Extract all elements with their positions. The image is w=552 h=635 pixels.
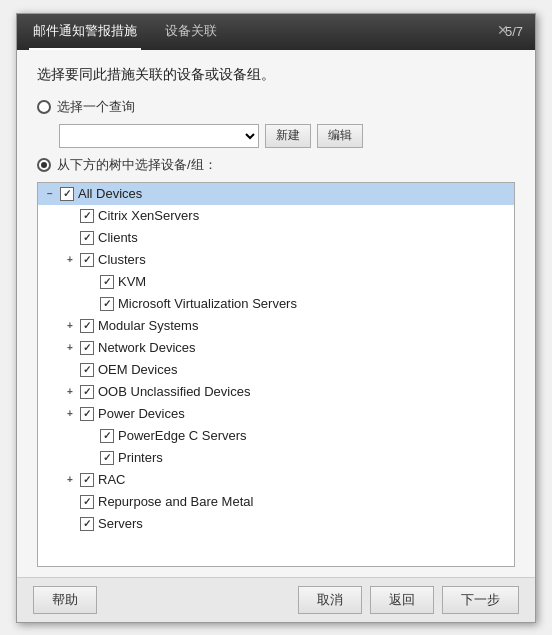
tree-checkbox[interactable] [80,253,94,267]
tree-item-label: OEM Devices [98,362,177,377]
tree-item[interactable]: KVM [38,271,514,293]
tree-checkbox[interactable] [80,473,94,487]
tree-item-label: Modular Systems [98,318,198,333]
tree-item[interactable]: Repurpose and Bare Metal [38,491,514,513]
tree-checkbox[interactable] [80,363,94,377]
radio-tree[interactable] [37,158,51,172]
cancel-button[interactable]: 取消 [298,586,362,614]
tree-expander-icon[interactable] [62,384,78,400]
tree-item-label: Servers [98,516,143,531]
tree-checkbox[interactable] [80,495,94,509]
tree-item-label: Repurpose and Bare Metal [98,494,253,509]
tree-expander-icon[interactable] [62,252,78,268]
tree-item[interactable]: All Devices [38,183,514,205]
tree-item-label: KVM [118,274,146,289]
tree-expander-icon[interactable] [62,318,78,334]
tab-device-link[interactable]: 设备关联 [161,14,221,50]
tree-checkbox[interactable] [80,385,94,399]
tree-checkbox[interactable] [80,407,94,421]
tree-checkbox[interactable] [100,429,114,443]
tree-item-label: Citrix XenServers [98,208,199,223]
tree-item[interactable]: Printers [38,447,514,469]
tree-checkbox[interactable] [80,341,94,355]
tree-item-label: OOB Unclassified Devices [98,384,250,399]
option-tree-row: 从下方的树中选择设备/组： [37,156,515,174]
option-query-label: 选择一个查询 [57,98,135,116]
query-select[interactable] [59,124,259,148]
tree-item-label: Clusters [98,252,146,267]
tree-checkbox[interactable] [80,231,94,245]
tab-email-alert[interactable]: 邮件通知警报措施 [29,14,141,50]
tree-expander-icon [62,362,78,378]
tree-item-label: Printers [118,450,163,465]
tree-expander-icon [62,494,78,510]
tree-item[interactable]: Servers [38,513,514,535]
tree-item[interactable]: Citrix XenServers [38,205,514,227]
tree-item-label: All Devices [78,186,142,201]
tree-expander-icon [82,428,98,444]
tree-item[interactable]: Power Devices [38,403,514,425]
tree-item[interactable]: PowerEdge C Servers [38,425,514,447]
tree-checkbox[interactable] [80,319,94,333]
tree-item[interactable]: Modular Systems [38,315,514,337]
tree-expander-icon [62,516,78,532]
tree-item-label: PowerEdge C Servers [118,428,247,443]
tree-expander-icon [82,296,98,312]
tree-checkbox[interactable] [100,451,114,465]
new-button[interactable]: 新建 [265,124,311,148]
tree-item[interactable]: Clients [38,227,514,249]
tree-expander-icon [82,450,98,466]
option-query-row: 选择一个查询 [37,98,515,116]
device-tree[interactable]: All Devices Citrix XenServers ClientsClu… [37,182,515,567]
tree-checkbox[interactable] [60,187,74,201]
tree-item[interactable]: Clusters [38,249,514,271]
tree-expander-icon[interactable] [62,406,78,422]
tree-item-label: RAC [98,472,125,487]
tree-item[interactable]: OOB Unclassified Devices [38,381,514,403]
tree-expander-icon [62,208,78,224]
content-area: 选择要同此措施关联的设备或设备组。 选择一个查询 新建 编辑 从下方的树中选择设… [17,50,535,577]
help-button[interactable]: 帮助 [33,586,97,614]
back-button[interactable]: 返回 [370,586,434,614]
tree-item-label: Microsoft Virtualization Servers [118,296,297,311]
tree-expander-icon [62,230,78,246]
tree-item[interactable]: RAC [38,469,514,491]
dialog: 邮件通知警报措施 设备关联 5/7 ✕ 选择要同此措施关联的设备或设备组。 选择… [16,13,536,623]
tree-checkbox[interactable] [100,297,114,311]
tree-item-label: Power Devices [98,406,185,421]
radio-query[interactable] [37,100,51,114]
query-combo-row: 新建 编辑 [59,124,515,148]
tree-expander-icon[interactable] [42,186,58,202]
tree-item[interactable]: Network Devices [38,337,514,359]
tree-item[interactable]: OEM Devices [38,359,514,381]
close-icon[interactable]: ✕ [497,22,509,38]
instruction-text: 选择要同此措施关联的设备或设备组。 [37,66,515,84]
footer: 帮助 取消 返回 下一步 [17,577,535,622]
title-bar: 邮件通知警报措施 设备关联 5/7 ✕ [17,14,535,50]
option-tree-label: 从下方的树中选择设备/组： [57,156,217,174]
tree-expander-icon[interactable] [62,340,78,356]
tree-expander-icon[interactable] [62,472,78,488]
tree-item[interactable]: Microsoft Virtualization Servers [38,293,514,315]
tree-checkbox[interactable] [100,275,114,289]
tree-item-label: Network Devices [98,340,196,355]
footer-right-buttons: 取消 返回 下一步 [298,586,519,614]
edit-button[interactable]: 编辑 [317,124,363,148]
tree-item-label: Clients [98,230,138,245]
next-button[interactable]: 下一步 [442,586,519,614]
title-tabs: 邮件通知警报措施 设备关联 [29,14,221,50]
tree-checkbox[interactable] [80,517,94,531]
tree-checkbox[interactable] [80,209,94,223]
tree-expander-icon [82,274,98,290]
